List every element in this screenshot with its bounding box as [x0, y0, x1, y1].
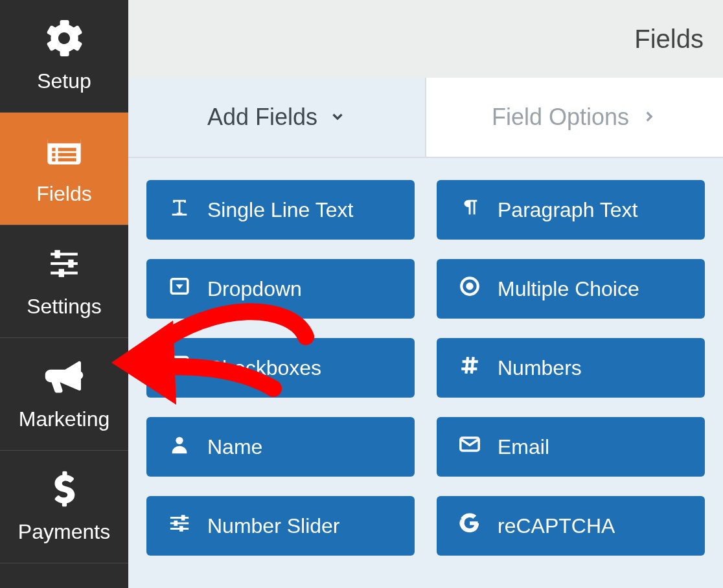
svg-point-18: [466, 282, 473, 289]
svg-rect-6: [58, 153, 76, 156]
dollar-icon: [41, 469, 87, 508]
envelope-icon: [459, 433, 481, 460]
field-label: Email: [498, 435, 549, 459]
sidebar-item-fields[interactable]: Fields: [0, 113, 128, 225]
radio-icon: [459, 275, 481, 302]
svg-rect-3: [52, 153, 55, 156]
main-content: Fields Add Fields Field Options Single L…: [128, 0, 723, 588]
tab-add-fields[interactable]: Add Fields: [128, 78, 425, 157]
field-label: Paragraph Text: [498, 198, 637, 222]
svg-rect-23: [170, 523, 189, 525]
sidebar-item-settings[interactable]: Settings: [0, 225, 128, 338]
svg-rect-27: [179, 526, 183, 532]
field-paragraph-text[interactable]: Paragraph Text: [437, 180, 705, 240]
sidebar-item-payments[interactable]: Payments: [0, 451, 128, 563]
sidebar-item-label: Settings: [27, 295, 102, 319]
svg-rect-13: [59, 269, 64, 277]
field-single-line-text[interactable]: Single Line Text: [146, 180, 415, 240]
svg-marker-16: [176, 284, 183, 289]
svg-rect-8: [51, 253, 78, 255]
bullhorn-icon: [41, 357, 87, 396]
svg-rect-14: [172, 214, 187, 216]
sidebar-item-label: Setup: [37, 69, 91, 93]
header-bar: Fields: [128, 0, 723, 78]
svg-point-20: [176, 437, 183, 444]
svg-rect-4: [52, 158, 55, 161]
field-label: Name: [207, 435, 262, 459]
field-label: Single Line Text: [207, 198, 353, 222]
svg-rect-11: [54, 250, 60, 258]
google-icon: [459, 512, 481, 539]
chevron-right-icon: [641, 104, 658, 131]
pilcrow-icon: [459, 196, 481, 223]
dropdown-icon: [168, 275, 190, 302]
text-icon: [168, 196, 190, 223]
gear-icon: [41, 19, 87, 58]
field-multiple-choice[interactable]: Multiple Choice: [437, 259, 705, 319]
tabs: Add Fields Field Options: [128, 78, 723, 158]
field-label: Number Slider: [207, 514, 340, 538]
sidebar: Setup Fields Settings Marketing Payments: [0, 0, 128, 588]
sidebar-item-label: Fields: [36, 182, 91, 206]
field-checkboxes[interactable]: Checkboxes: [146, 338, 415, 398]
field-label: Numbers: [498, 356, 582, 380]
field-dropdown[interactable]: Dropdown: [146, 259, 415, 319]
chevron-down-icon: [329, 104, 346, 131]
svg-rect-2: [52, 148, 55, 151]
tab-label: Add Fields: [207, 104, 317, 131]
field-email[interactable]: Email: [437, 417, 705, 477]
hash-icon: [459, 354, 481, 381]
list-icon: [41, 131, 87, 170]
field-number-slider[interactable]: Number Slider: [146, 496, 415, 556]
sidebar-item-marketing[interactable]: Marketing: [0, 338, 128, 451]
sliders-h-icon: [168, 512, 190, 539]
svg-rect-12: [68, 260, 73, 268]
svg-rect-19: [171, 357, 188, 374]
field-numbers[interactable]: Numbers: [437, 338, 705, 398]
field-recaptcha[interactable]: reCAPTCHA: [437, 496, 705, 556]
svg-rect-1: [47, 137, 80, 143]
page-title: Fields: [634, 25, 704, 54]
field-name[interactable]: Name: [146, 417, 415, 477]
svg-rect-5: [58, 148, 76, 151]
fields-panel: Single Line Text Paragraph Text Dropdown…: [128, 158, 723, 588]
sidebar-item-setup[interactable]: Setup: [0, 0, 128, 113]
user-icon: [168, 433, 190, 460]
sidebar-item-label: Marketing: [19, 407, 110, 431]
field-label: Multiple Choice: [498, 277, 639, 301]
field-label: Checkboxes: [207, 356, 321, 380]
svg-rect-22: [170, 517, 189, 519]
svg-rect-26: [174, 521, 178, 526]
svg-rect-7: [58, 158, 76, 161]
sliders-icon: [41, 244, 87, 283]
sidebar-item-label: Payments: [18, 520, 110, 544]
tab-field-options[interactable]: Field Options: [425, 78, 723, 157]
tab-label: Field Options: [492, 104, 629, 131]
fields-grid: Single Line Text Paragraph Text Dropdown…: [146, 180, 705, 556]
field-label: reCAPTCHA: [498, 514, 615, 538]
svg-rect-25: [181, 515, 185, 521]
checkbox-icon: [168, 354, 190, 381]
field-label: Dropdown: [207, 277, 302, 301]
